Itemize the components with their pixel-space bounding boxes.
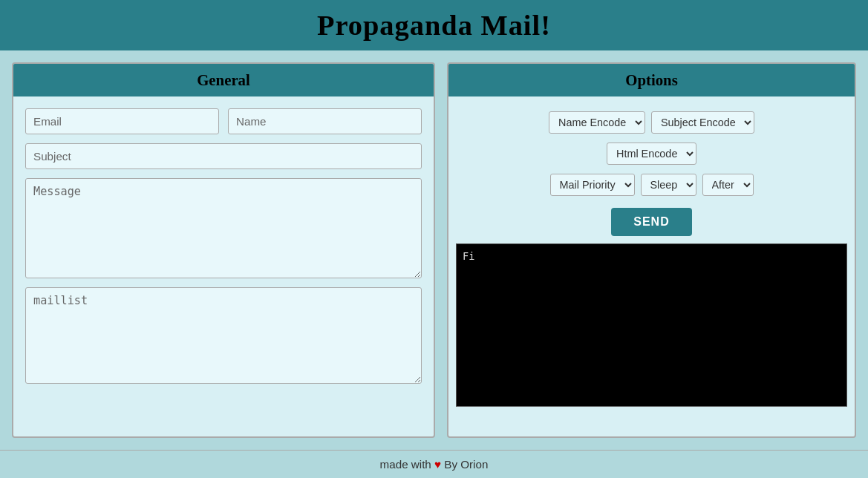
message-textarea[interactable]	[25, 178, 422, 278]
after-select[interactable]: After 1 5 10 20	[702, 174, 754, 196]
send-button[interactable]: SEND	[611, 208, 691, 236]
mail-priority-select[interactable]: Mail Priority High Normal Low	[550, 174, 635, 196]
footer-text-after: By Orion	[441, 458, 488, 471]
name-encode-select[interactable]: Name Encode Base64 ROT13 None	[549, 111, 645, 134]
maillist-textarea[interactable]	[25, 287, 422, 384]
app-title: Propaganda Mail!	[0, 9, 868, 42]
email-name-row	[25, 108, 422, 134]
options-panel-title: Options	[448, 64, 855, 96]
footer-heart: ♥	[434, 458, 441, 471]
email-input[interactable]	[25, 108, 219, 134]
priority-sleep-row: Mail Priority High Normal Low Sleep 1 2 …	[550, 174, 754, 196]
general-panel-title: General	[13, 64, 434, 96]
app-footer: made with ♥ By Orion	[0, 450, 868, 478]
subject-encode-select[interactable]: Subject Encode Base64 ROT13 None	[651, 111, 754, 134]
html-encode-select[interactable]: Html Encode Base64 ROT13 None	[607, 143, 696, 165]
general-panel: General	[12, 62, 435, 438]
options-area: Name Encode Base64 ROT13 None Subject En…	[448, 96, 855, 243]
app-header: Propaganda Mail!	[0, 0, 868, 50]
name-input[interactable]	[228, 108, 422, 134]
output-text: Fi	[463, 250, 474, 262]
general-panel-body	[13, 96, 434, 396]
encode-row-1: Name Encode Base64 ROT13 None Subject En…	[549, 111, 754, 134]
main-content: General Options Name Encode Base64 ROT13…	[0, 50, 868, 450]
sleep-select[interactable]: Sleep 1 2 5 10	[641, 174, 696, 196]
subject-input[interactable]	[25, 143, 422, 169]
options-panel: Options Name Encode Base64 ROT13 None Su…	[447, 62, 856, 438]
output-area: Fi	[456, 243, 847, 407]
encode-row-2: Html Encode Base64 ROT13 None	[607, 143, 696, 165]
footer-text-before: made with	[380, 458, 434, 471]
